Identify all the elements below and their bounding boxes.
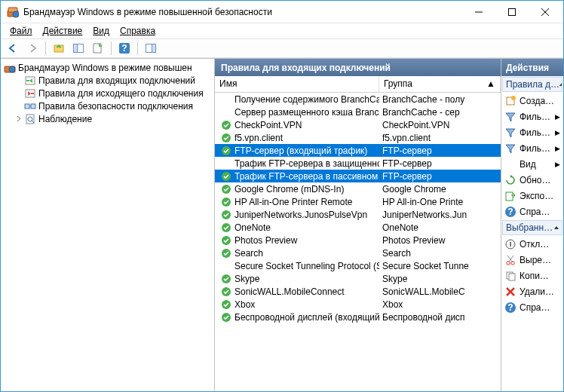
menu-action[interactable]: Действие [38, 25, 87, 37]
rule-group: Photos Preview [379, 235, 501, 246]
svg-point-16 [9, 66, 15, 72]
table-row[interactable]: FTP-сервер (входящий трафик)FTP-сервер [215, 144, 501, 157]
check-icon [221, 248, 231, 259]
tree-item[interactable]: Правила безопасности подключения [1, 100, 214, 112]
rule-group: Google Chrome [379, 184, 501, 194]
rule-group: OneNote [379, 222, 501, 233]
actions-group-rules[interactable]: Правила д… [502, 77, 562, 92]
table-row[interactable]: OneNoteOneNote [215, 221, 501, 234]
properties-button[interactable] [90, 40, 106, 57]
action-label: Филь… [520, 143, 550, 154]
action-label: Копи… [520, 271, 549, 281]
close-button[interactable] [529, 2, 562, 23]
table-row[interactable]: SkypeSkype [215, 272, 501, 285]
tree-item[interactable]: Правила для входящих подключений [1, 74, 214, 87]
table-row[interactable]: JuniperNetworks.JunosPulseVpnJuniperNetw… [215, 208, 501, 221]
action-help[interactable]: ?Спра… [501, 204, 563, 219]
rule-name: Search [234, 248, 263, 259]
tree-item[interactable]: Правила для исходящего подключения [1, 87, 214, 100]
action-view[interactable]: Вид▶ [501, 156, 563, 172]
forward-button[interactable] [24, 40, 41, 57]
action-disable[interactable]: Откл… [501, 236, 563, 252]
minimize-button[interactable] [462, 2, 495, 23]
maximize-button[interactable] [495, 2, 529, 23]
rule-group: FTP-сервер [379, 158, 501, 169]
rule-group: HP All-in-One Printe [379, 197, 501, 207]
table-row[interactable]: SearchSearch [215, 247, 501, 259]
table-row[interactable]: Трафик FTP-сервера в пассивном реж…FTP-с… [215, 170, 501, 182]
table-row[interactable]: Трафик FTP-сервера в защищенном р…FTP-се… [215, 157, 501, 170]
tree-item[interactable]: Наблюдение [1, 112, 214, 125]
delete-icon [504, 286, 516, 298]
table-row[interactable]: Google Chrome (mDNS-In)Google Chrome [215, 182, 501, 195]
refresh-icon [504, 174, 516, 186]
rule-group: Xbox [379, 299, 501, 310]
action-filter[interactable]: Филь…▶ [501, 124, 563, 140]
chevron-up-icon [559, 83, 562, 86]
check-icon [221, 133, 231, 143]
blank-icon [221, 94, 231, 105]
svg-rect-41 [506, 192, 513, 201]
action-filter[interactable]: Филь…▶ [501, 140, 563, 156]
tree-pane: Брандмауэр Windows в режиме повышен Прав… [1, 59, 215, 391]
table-row[interactable]: CheckPoint.VPNCheckPoint.VPN [215, 118, 501, 131]
help-button[interactable]: ? [116, 40, 133, 57]
table-row[interactable]: HP All-in-One Printer RemoteHP All-in-On… [215, 195, 501, 208]
check-icon [221, 120, 231, 130]
action-label: Филь… [520, 127, 550, 138]
up-button[interactable] [51, 40, 67, 57]
check-icon [221, 286, 231, 297]
tree-item-label: Наблюдение [38, 114, 92, 124]
table-row[interactable]: XboxXbox [215, 298, 501, 311]
table-row[interactable]: Secure Socket Tunneling Protocol (SSTP-…… [215, 259, 501, 272]
rule-group: BranchCache - сер [379, 107, 501, 118]
rule-group: Беспроводной дисп [379, 312, 501, 323]
rule-list[interactable]: Получение содержимого BranchCache …Branc… [215, 93, 501, 391]
tree-root[interactable]: Брандмауэр Windows в режиме повышен [1, 61, 214, 74]
col-name[interactable]: Имя [215, 76, 379, 92]
rule-name: OneNote [234, 222, 271, 233]
action-new[interactable]: Созда… [501, 93, 563, 109]
action-copy[interactable]: Копи… [501, 268, 563, 283]
back-button[interactable] [5, 40, 21, 57]
action-help[interactable]: ?Спра… [501, 299, 563, 315]
check-icon [221, 312, 231, 323]
rule-group: FTP-сервер [379, 171, 501, 182]
copy-icon [504, 270, 516, 282]
menu-view[interactable]: Вид [88, 25, 114, 37]
menu-file[interactable]: Файл [5, 25, 37, 37]
svg-rect-4 [509, 8, 516, 15]
action-export[interactable]: Экспо… [501, 188, 563, 204]
svg-rect-48 [509, 274, 515, 280]
tree-item-icon [24, 87, 36, 100]
firewall-icon [4, 62, 16, 74]
action-label: Откл… [520, 239, 549, 250]
table-row[interactable]: Сервер размещенного кэша BranchCa…Branch… [215, 106, 501, 118]
filter-icon [504, 142, 516, 155]
show-hide-action-button[interactable] [143, 40, 159, 57]
table-row[interactable]: SonicWALL.MobileConnectSonicWALL.MobileC [215, 285, 501, 298]
rule-name: Трафик FTP-сервера в пассивном реж… [234, 171, 379, 182]
rule-name: Xbox [234, 299, 255, 310]
rule-group: Secure Socket Tunne [379, 261, 501, 271]
tree-root-label: Брандмауэр Windows в режиме повышен [18, 63, 192, 73]
rule-name: Photos Preview [234, 235, 297, 246]
table-row[interactable]: f5.vpn.clientf5.vpn.client [215, 131, 501, 144]
table-row[interactable]: Беспроводной дисплей (входящий тра…Беспр… [215, 311, 501, 323]
action-refresh[interactable]: Обно… [501, 172, 563, 188]
check-icon [221, 197, 231, 207]
view-icon [504, 158, 516, 170]
menu-help[interactable]: Справка [115, 25, 160, 37]
main-area: Брандмауэр Windows в режиме повышен Прав… [1, 58, 563, 391]
action-cut[interactable]: Выре… [501, 252, 563, 268]
action-filter[interactable]: Филь…▶ [501, 109, 563, 124]
check-icon [221, 145, 231, 156]
show-hide-tree-button[interactable] [70, 40, 87, 57]
actions-group-selected[interactable]: Выбранн… [502, 220, 562, 235]
svg-point-2 [13, 11, 19, 17]
table-row[interactable]: Получение содержимого BranchCache …Branc… [215, 93, 501, 106]
col-group[interactable]: Группа ▲ [379, 76, 501, 92]
action-delete[interactable]: Удали… [501, 283, 563, 299]
table-row[interactable]: Photos PreviewPhotos Preview [215, 234, 501, 247]
help-icon: ? [504, 302, 516, 314]
